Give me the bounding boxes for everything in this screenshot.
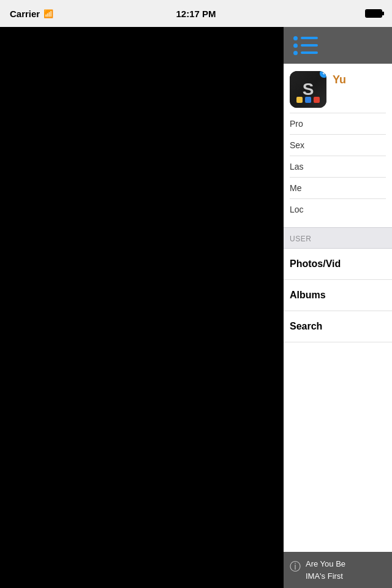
list-icon-row-2 [293, 43, 318, 48]
list-item[interactable]: Loc [290, 198, 386, 220]
line-icon [301, 51, 318, 54]
list-item[interactable]: Pro [290, 113, 386, 134]
wifi-icon: 📶 [43, 9, 53, 18]
dot-icon [293, 36, 298, 40]
app-icon[interactable]: S + [290, 71, 326, 108]
dot-icon [293, 43, 298, 48]
line-icon [301, 44, 318, 47]
line-icon [301, 37, 318, 39]
list-item[interactable]: Me [290, 177, 386, 198]
battery-indicator [365, 9, 382, 18]
info-icon: ⓘ [290, 559, 301, 574]
battery-icon [365, 9, 382, 18]
yellow-dot [296, 97, 303, 103]
section-divider: USER [284, 227, 392, 249]
ad-line-2: IMA's First [306, 570, 345, 582]
ad-banner: ⓘ Are You Be IMA's First [284, 552, 392, 588]
list-icon-row-3 [293, 51, 318, 55]
menu-item-albums[interactable]: Albums [284, 280, 392, 311]
list-icon-row-1 [293, 36, 318, 40]
dot-icon [293, 51, 298, 55]
ad-text: Are You Be IMA's First [306, 558, 345, 582]
time-label: 12:17 PM [176, 9, 216, 19]
list-icon[interactable] [293, 36, 318, 55]
menu-list: Photos/Vid Albums Search [284, 249, 392, 552]
profile-top: S + Yu [290, 71, 386, 108]
ad-line-1: Are You Be [306, 558, 345, 570]
carrier-label: Carrier [10, 9, 40, 19]
black-area [0, 27, 284, 588]
app-icon-dots [296, 97, 320, 103]
profile-section: S + Yu Pro Sex Las Me Loc [284, 64, 392, 227]
right-panel: S + Yu Pro Sex Las Me Loc [284, 27, 392, 588]
blue-dot [305, 97, 311, 103]
menu-item-photos[interactable]: Photos/Vid [284, 249, 392, 280]
red-dot [314, 97, 320, 103]
status-left: Carrier 📶 [10, 9, 53, 19]
list-item[interactable]: Las [290, 156, 386, 177]
badge-plus: + [320, 71, 326, 78]
profile-list: Pro Sex Las Me Loc [290, 113, 386, 220]
section-label: USER [290, 235, 311, 243]
status-bar: Carrier 📶 12:17 PM [0, 0, 392, 27]
battery-fill [366, 10, 381, 17]
list-item[interactable]: Sex [290, 134, 386, 156]
drawer-header[interactable] [284, 27, 392, 64]
profile-name[interactable]: Yu [333, 74, 346, 87]
menu-item-search[interactable]: Search [284, 311, 392, 342]
main-content: S + Yu Pro Sex Las Me Loc [0, 27, 392, 588]
